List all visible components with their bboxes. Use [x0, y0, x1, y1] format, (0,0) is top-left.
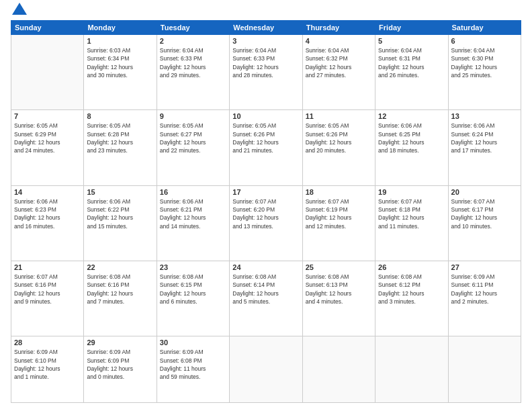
calendar-week-3: 14Sunrise: 6:06 AM Sunset: 6:23 PM Dayli…	[11, 185, 521, 261]
day-info: Sunrise: 6:06 AM Sunset: 6:24 PM Dayligh…	[451, 122, 518, 154]
day-number: 26	[378, 263, 445, 271]
day-info: Sunrise: 6:05 AM Sunset: 6:27 PM Dayligh…	[160, 122, 226, 154]
calendar-week-4: 21Sunrise: 6:07 AM Sunset: 6:16 PM Dayli…	[11, 261, 521, 336]
day-number: 19	[378, 188, 445, 196]
calendar-cell: 14Sunrise: 6:06 AM Sunset: 6:23 PM Dayli…	[11, 185, 84, 261]
day-number: 29	[87, 338, 153, 347]
day-number: 27	[451, 263, 518, 271]
day-info: Sunrise: 6:05 AM Sunset: 6:26 PM Dayligh…	[232, 122, 299, 154]
calendar-header-wednesday: Wednesday	[230, 21, 302, 35]
calendar-cell: 1Sunrise: 6:03 AM Sunset: 6:34 PM Daylig…	[84, 35, 157, 110]
calendar-header-thursday: Thursday	[302, 21, 375, 35]
calendar-cell: 8Sunrise: 6:05 AM Sunset: 6:28 PM Daylig…	[84, 110, 157, 185]
day-number: 11	[306, 112, 372, 120]
calendar-cell: 10Sunrise: 6:05 AM Sunset: 6:26 PM Dayli…	[230, 110, 302, 185]
day-info: Sunrise: 6:04 AM Sunset: 6:32 PM Dayligh…	[306, 46, 372, 79]
calendar-cell: 3Sunrise: 6:04 AM Sunset: 6:33 PM Daylig…	[230, 35, 302, 110]
day-number: 14	[14, 188, 81, 196]
day-info: Sunrise: 6:07 AM Sunset: 6:16 PM Dayligh…	[14, 273, 81, 306]
calendar-week-5: 28Sunrise: 6:09 AM Sunset: 6:10 PM Dayli…	[11, 336, 521, 403]
day-info: Sunrise: 6:04 AM Sunset: 6:33 PM Dayligh…	[232, 46, 299, 79]
day-info: Sunrise: 6:05 AM Sunset: 6:28 PM Dayligh…	[87, 122, 153, 154]
calendar-cell	[375, 336, 448, 403]
calendar-cell: 18Sunrise: 6:07 AM Sunset: 6:19 PM Dayli…	[302, 185, 375, 261]
logo	[11, 8, 27, 15]
day-number: 28	[14, 338, 81, 347]
day-number: 13	[451, 112, 518, 120]
day-info: Sunrise: 6:03 AM Sunset: 6:34 PM Dayligh…	[87, 46, 153, 79]
calendar-cell: 15Sunrise: 6:06 AM Sunset: 6:22 PM Dayli…	[84, 185, 157, 261]
day-info: Sunrise: 6:05 AM Sunset: 6:26 PM Dayligh…	[306, 122, 372, 154]
calendar-cell	[302, 336, 375, 403]
day-info: Sunrise: 6:08 AM Sunset: 6:12 PM Dayligh…	[378, 273, 445, 306]
day-info: Sunrise: 6:09 AM Sunset: 6:09 PM Dayligh…	[87, 348, 153, 381]
calendar-cell: 23Sunrise: 6:08 AM Sunset: 6:15 PM Dayli…	[157, 261, 229, 336]
day-number: 6	[451, 37, 518, 45]
calendar-cell: 22Sunrise: 6:08 AM Sunset: 6:16 PM Dayli…	[84, 261, 157, 336]
calendar-week-2: 7Sunrise: 6:05 AM Sunset: 6:29 PM Daylig…	[11, 110, 521, 185]
day-number: 30	[160, 338, 226, 347]
day-number: 5	[378, 37, 445, 45]
day-number: 10	[232, 112, 299, 120]
calendar-cell: 5Sunrise: 6:04 AM Sunset: 6:31 PM Daylig…	[375, 35, 448, 110]
day-number: 20	[451, 188, 518, 196]
day-number: 17	[232, 188, 299, 196]
day-info: Sunrise: 6:04 AM Sunset: 6:31 PM Dayligh…	[378, 46, 445, 79]
svg-marker-0	[12, 3, 27, 15]
calendar-cell: 16Sunrise: 6:06 AM Sunset: 6:21 PM Dayli…	[157, 185, 229, 261]
calendar-header-monday: Monday	[84, 21, 157, 35]
calendar-cell: 29Sunrise: 6:09 AM Sunset: 6:09 PM Dayli…	[84, 336, 157, 403]
day-number: 2	[160, 37, 226, 45]
day-number: 9	[160, 112, 226, 120]
calendar-cell	[448, 336, 521, 403]
header	[11, 8, 521, 15]
day-info: Sunrise: 6:04 AM Sunset: 6:33 PM Dayligh…	[160, 46, 226, 79]
calendar-cell: 9Sunrise: 6:05 AM Sunset: 6:27 PM Daylig…	[157, 110, 229, 185]
calendar-cell: 13Sunrise: 6:06 AM Sunset: 6:24 PM Dayli…	[448, 110, 521, 185]
calendar-cell: 28Sunrise: 6:09 AM Sunset: 6:10 PM Dayli…	[11, 336, 84, 403]
day-number: 1	[87, 37, 153, 45]
calendar-cell: 30Sunrise: 6:09 AM Sunset: 6:08 PM Dayli…	[157, 336, 229, 403]
calendar-cell: 11Sunrise: 6:05 AM Sunset: 6:26 PM Dayli…	[302, 110, 375, 185]
day-number: 15	[87, 188, 153, 196]
calendar-cell	[11, 35, 84, 110]
day-info: Sunrise: 6:08 AM Sunset: 6:13 PM Dayligh…	[306, 273, 372, 306]
calendar-cell: 24Sunrise: 6:08 AM Sunset: 6:14 PM Dayli…	[230, 261, 302, 336]
day-info: Sunrise: 6:09 AM Sunset: 6:08 PM Dayligh…	[160, 348, 226, 381]
day-info: Sunrise: 6:09 AM Sunset: 6:11 PM Dayligh…	[451, 273, 518, 306]
day-number: 12	[378, 112, 445, 120]
day-number: 24	[232, 263, 299, 271]
day-info: Sunrise: 6:05 AM Sunset: 6:29 PM Dayligh…	[14, 122, 81, 154]
day-number: 3	[232, 37, 299, 45]
calendar-cell: 2Sunrise: 6:04 AM Sunset: 6:33 PM Daylig…	[157, 35, 229, 110]
calendar-cell: 17Sunrise: 6:07 AM Sunset: 6:20 PM Dayli…	[230, 185, 302, 261]
day-info: Sunrise: 6:06 AM Sunset: 6:23 PM Dayligh…	[14, 197, 81, 230]
calendar-cell	[230, 336, 302, 403]
calendar-week-1: 1Sunrise: 6:03 AM Sunset: 6:34 PM Daylig…	[11, 35, 521, 110]
calendar-cell: 19Sunrise: 6:07 AM Sunset: 6:18 PM Dayli…	[375, 185, 448, 261]
calendar-header-saturday: Saturday	[448, 21, 521, 35]
day-info: Sunrise: 6:04 AM Sunset: 6:30 PM Dayligh…	[451, 46, 518, 79]
day-number: 23	[160, 263, 226, 271]
day-number: 18	[306, 188, 372, 196]
day-info: Sunrise: 6:08 AM Sunset: 6:16 PM Dayligh…	[87, 273, 153, 306]
calendar-header-row: SundayMondayTuesdayWednesdayThursdayFrid…	[11, 21, 521, 35]
day-number: 21	[14, 263, 81, 271]
calendar-header-friday: Friday	[375, 21, 448, 35]
day-number: 4	[306, 37, 372, 45]
calendar-cell: 12Sunrise: 6:06 AM Sunset: 6:25 PM Dayli…	[375, 110, 448, 185]
calendar-cell: 21Sunrise: 6:07 AM Sunset: 6:16 PM Dayli…	[11, 261, 84, 336]
day-number: 25	[306, 263, 372, 271]
day-number: 22	[87, 263, 153, 271]
day-number: 8	[87, 112, 153, 120]
page: SundayMondayTuesdayWednesdayThursdayFrid…	[0, 0, 532, 411]
day-info: Sunrise: 6:09 AM Sunset: 6:10 PM Dayligh…	[14, 348, 81, 381]
day-info: Sunrise: 6:06 AM Sunset: 6:21 PM Dayligh…	[160, 197, 226, 230]
day-info: Sunrise: 6:07 AM Sunset: 6:17 PM Dayligh…	[451, 197, 518, 230]
calendar-cell: 7Sunrise: 6:05 AM Sunset: 6:29 PM Daylig…	[11, 110, 84, 185]
day-info: Sunrise: 6:07 AM Sunset: 6:19 PM Dayligh…	[306, 197, 372, 230]
day-info: Sunrise: 6:08 AM Sunset: 6:15 PM Dayligh…	[160, 273, 226, 306]
calendar-cell: 6Sunrise: 6:04 AM Sunset: 6:30 PM Daylig…	[448, 35, 521, 110]
calendar-table: SundayMondayTuesdayWednesdayThursdayFrid…	[11, 20, 521, 403]
calendar-cell: 25Sunrise: 6:08 AM Sunset: 6:13 PM Dayli…	[302, 261, 375, 336]
